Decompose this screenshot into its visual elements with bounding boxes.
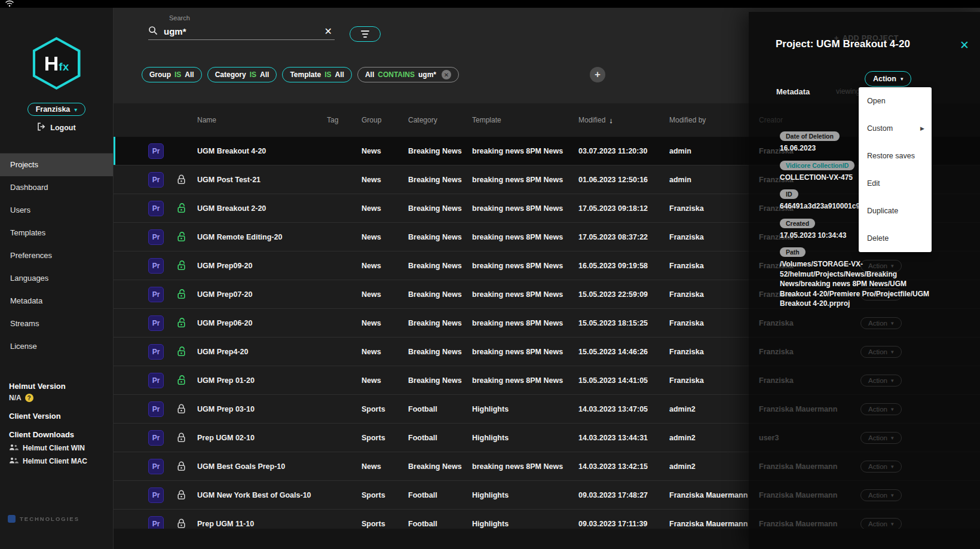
remove-filter-icon[interactable]: ✕ xyxy=(442,70,451,79)
logout-icon xyxy=(37,122,46,133)
premiere-pro-icon: Pr xyxy=(148,430,177,446)
panel-title: Project: UGM Breakout 4-20 xyxy=(776,38,910,50)
wifi-icon xyxy=(5,0,14,10)
helmut-version-label: Helmut Version xyxy=(9,382,113,391)
column-header-modified-by[interactable]: Modified by xyxy=(669,116,759,124)
column-header-tag[interactable]: Tag xyxy=(327,116,362,124)
filter-chips: GroupISAllCategoryISAllTemplateISAllAllC… xyxy=(142,67,459,82)
premiere-pro-icon: Pr xyxy=(148,373,177,388)
panel-action-button[interactable]: Action ▾ xyxy=(865,71,911,87)
project-group: News xyxy=(362,462,408,471)
project-group: News xyxy=(362,319,408,327)
sidebar-item-languages[interactable]: Languages xyxy=(0,267,113,290)
modified-by: Franziska xyxy=(669,290,759,299)
field-label-chip: ID xyxy=(780,189,798,199)
filter-chip-category[interactable]: CategoryISAll xyxy=(207,67,277,82)
sort-desc-icon: ↓ xyxy=(609,116,613,125)
column-header-template[interactable]: Template xyxy=(472,116,578,124)
modified-by: admin2 xyxy=(669,434,759,442)
project-name: UGM Breakout 2-20 xyxy=(197,204,327,213)
close-icon[interactable]: ✕ xyxy=(960,38,969,52)
project-category: Breaking News xyxy=(408,147,472,155)
sidebar-item-streams[interactable]: Streams xyxy=(0,312,113,335)
helmut-version-value: N/A xyxy=(9,394,22,402)
add-filter-button[interactable]: + xyxy=(590,67,605,82)
field-label-chip: Date of Deletion xyxy=(780,131,840,141)
menu-item-edit[interactable]: Edit xyxy=(859,170,932,197)
menu-item-delete[interactable]: Delete xyxy=(859,225,932,252)
modified-by: Franziska Mauermann xyxy=(669,520,759,528)
client-downloads-label: Client Downloads xyxy=(9,430,113,439)
sidebar-item-metadata[interactable]: Metadata xyxy=(0,290,113,312)
sidebar-item-templates[interactable]: Templates xyxy=(0,222,113,244)
menu-item-duplicate[interactable]: Duplicate xyxy=(859,197,932,225)
project-group: News xyxy=(362,262,408,270)
column-header-name[interactable]: Name xyxy=(197,116,327,124)
project-template: breaking news 8PM News xyxy=(472,319,578,327)
search-label: Search xyxy=(169,14,190,22)
search-input[interactable]: ugm* ✕ xyxy=(148,23,335,40)
modified-date: 09.03.2023 17:48:27 xyxy=(578,491,669,499)
modified-date: 03.07.2023 11:20:30 xyxy=(578,147,669,155)
sidebar-item-preferences[interactable]: Preferences xyxy=(0,244,113,267)
project-group: News xyxy=(362,233,408,241)
download-link[interactable]: Helmut Client WIN xyxy=(9,444,113,452)
lock-open-icon xyxy=(177,203,197,213)
column-header-category[interactable]: Category xyxy=(408,116,472,124)
project-group: News xyxy=(362,204,408,213)
project-template: Highlights xyxy=(472,520,578,528)
lock-closed-icon xyxy=(177,461,197,471)
column-header-group[interactable]: Group xyxy=(362,116,408,124)
project-group: Sports xyxy=(362,434,408,442)
modified-by: admin xyxy=(669,147,759,155)
project-name: UGM Prep 03-10 xyxy=(197,405,327,413)
premiere-pro-icon: Pr xyxy=(148,143,177,159)
filter-chip-all[interactable]: AllCONTAINSugm*✕ xyxy=(357,67,459,82)
project-category: Football xyxy=(408,520,472,528)
sidebar-item-users[interactable]: Users xyxy=(0,199,113,222)
sidebar-item-dashboard[interactable]: Dashboard xyxy=(0,176,113,199)
filter-toggle-button[interactable] xyxy=(350,26,381,42)
project-name: UGM Prep06-20 xyxy=(197,319,327,327)
project-template: breaking news 8PM News xyxy=(472,233,578,241)
project-name: UGM Breakout 4-20 xyxy=(197,147,327,155)
brand-text: TECHNOLOGIES xyxy=(20,516,79,522)
project-template: breaking news 8PM News xyxy=(472,290,578,299)
modified-date: 16.05.2023 09:19:58 xyxy=(578,262,669,270)
project-template: breaking news 8PM News xyxy=(472,462,578,471)
sidebar-item-license[interactable]: License xyxy=(0,335,113,358)
premiere-pro-icon: Pr xyxy=(148,344,177,360)
clear-search-icon[interactable]: ✕ xyxy=(324,26,335,37)
project-template: Highlights xyxy=(472,405,578,413)
premiere-pro-icon: Pr xyxy=(148,401,177,417)
modified-date: 01.06.2023 12:50:16 xyxy=(578,176,669,184)
submenu-arrow-icon: ▶ xyxy=(920,125,924,131)
sidebar-item-projects[interactable]: Projects xyxy=(0,154,113,176)
project-template: breaking news 8PM News xyxy=(472,348,578,356)
download-link[interactable]: Helmut Client MAC xyxy=(9,457,113,465)
logout-button[interactable]: Logout xyxy=(37,122,75,133)
field-label-chip: Path xyxy=(780,247,806,257)
user-menu-button[interactable]: Franziska ▾ xyxy=(27,103,86,116)
project-group: News xyxy=(362,290,408,299)
column-header-modified[interactable]: Modified ↓ xyxy=(578,116,669,125)
filter-chip-template[interactable]: TemplateISAll xyxy=(282,67,351,82)
project-category: Breaking News xyxy=(408,262,472,270)
modified-by: Franziska xyxy=(669,376,759,385)
field-label-chip: Vidicore CollectionID xyxy=(780,161,855,170)
search-value: ugm* xyxy=(164,26,318,36)
menu-item-open[interactable]: Open xyxy=(859,87,932,115)
modified-date: 15.05.2023 14:41:05 xyxy=(578,376,669,385)
help-badge-icon[interactable]: ? xyxy=(25,394,33,402)
premiere-pro-icon: Pr xyxy=(148,459,177,474)
logo-letter: H xyxy=(44,52,59,75)
menu-item-custom[interactable]: Custom▶ xyxy=(859,115,932,142)
project-template: breaking news 8PM News xyxy=(472,376,578,385)
premiere-pro-icon: Pr xyxy=(148,487,177,503)
project-name: UGM Prep 01-20 xyxy=(197,376,327,385)
filter-chip-group[interactable]: GroupISAll xyxy=(142,67,202,82)
menu-item-restore-saves[interactable]: Restore saves xyxy=(859,142,932,170)
project-template: breaking news 8PM News xyxy=(472,262,578,270)
project-template: Highlights xyxy=(472,434,578,442)
project-template: Highlights xyxy=(472,491,578,499)
